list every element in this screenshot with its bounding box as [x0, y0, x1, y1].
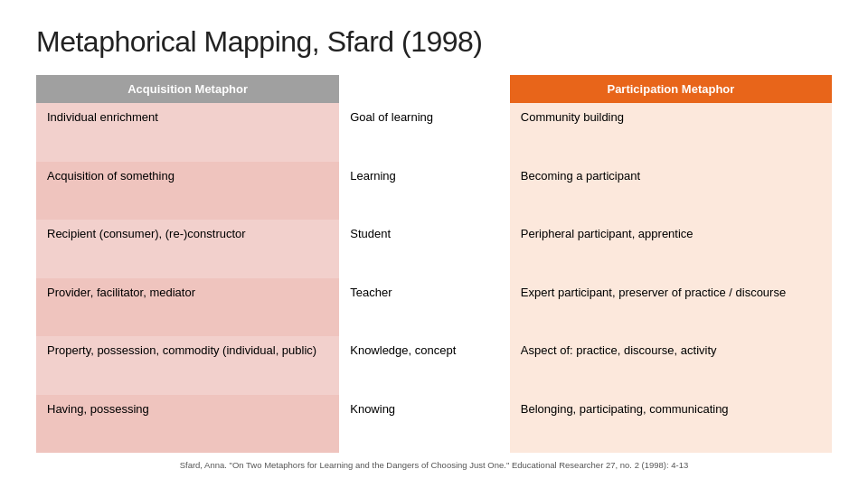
header-mid	[339, 75, 510, 103]
table-row: Property, possession, commodity (individ…	[36, 336, 832, 395]
row3-mid: Student	[339, 220, 510, 278]
table-row: Acquisition of something Learning Becomi…	[36, 162, 832, 221]
row2-mid: Learning	[339, 162, 510, 221]
table-row: Recipient (consumer), (re-)constructor S…	[36, 220, 832, 278]
row1-mid: Goal of learning	[339, 103, 510, 162]
main-table: Acquisition Metaphor Participation Metap…	[36, 75, 832, 453]
row4-right: Expert participant, preserver of practic…	[510, 278, 832, 337]
page: Metaphorical Mapping, Sfard (1998) Acqui…	[0, 0, 868, 488]
header-left: Acquisition Metaphor	[36, 75, 339, 103]
row2-left: Acquisition of something	[36, 162, 339, 221]
row3-left: Recipient (consumer), (re-)constructor	[36, 220, 339, 278]
row5-mid: Knowledge, concept	[339, 336, 510, 395]
row2-right: Becoming a participant	[510, 162, 832, 221]
header-row: Acquisition Metaphor Participation Metap…	[36, 75, 832, 103]
table-row: Having, possessing Knowing Belonging, pa…	[36, 395, 832, 454]
row3-right: Peripheral participant, apprentice	[510, 220, 832, 278]
row5-right: Aspect of: practice, discourse, activity	[510, 336, 832, 395]
table-wrapper: Acquisition Metaphor Participation Metap…	[36, 75, 832, 453]
row4-left: Provider, facilitator, mediator	[36, 278, 339, 337]
row1-right: Community building	[510, 103, 832, 162]
row1-left: Individual enrichment	[36, 103, 339, 162]
row5-left: Property, possession, commodity (individ…	[36, 336, 339, 395]
row6-mid: Knowing	[339, 395, 510, 454]
footnote: Sfard, Anna. "On Two Metaphors for Learn…	[36, 460, 832, 470]
row6-left: Having, possessing	[36, 395, 339, 454]
table-row: Individual enrichment Goal of learning C…	[36, 103, 832, 162]
row6-right: Belonging, participating, communicating	[510, 395, 832, 454]
table-row: Provider, facilitator, mediator Teacher …	[36, 278, 832, 337]
header-right: Participation Metaphor	[510, 75, 832, 103]
row4-mid: Teacher	[339, 278, 510, 337]
page-title: Metaphorical Mapping, Sfard (1998)	[36, 25, 832, 59]
